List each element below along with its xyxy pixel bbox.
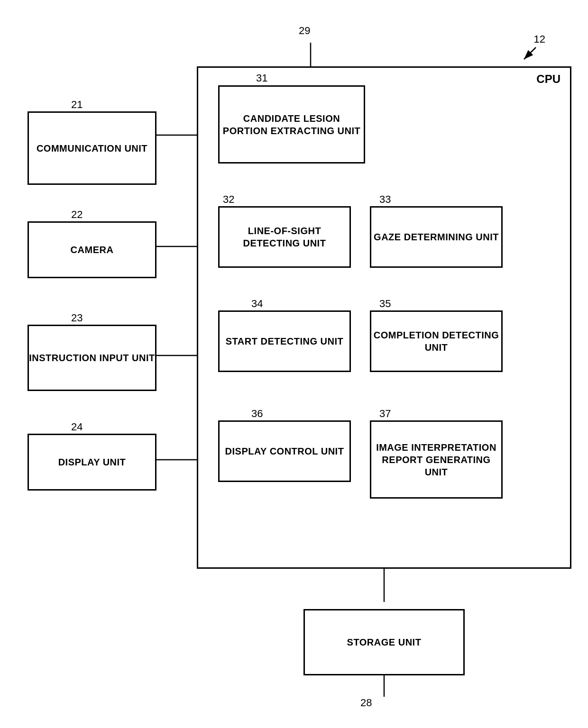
diagram-container: 12 29 CPU 21 COMMUNICATION UNIT 22 CAMER… (19, 19, 569, 709)
start-detecting-box: START DETECTING UNIT (218, 310, 351, 372)
display-control-box: DISPLAY CONTROL UNIT (218, 420, 351, 482)
storage-unit-box: STORAGE UNIT (303, 609, 465, 675)
ref-32: 32 (223, 193, 234, 206)
communication-unit-label: COMMUNICATION UNIT (37, 142, 147, 155)
ref-36: 36 (251, 408, 263, 420)
camera-label: CAMERA (71, 244, 114, 256)
ref-12: 12 (534, 33, 545, 46)
ref-22: 22 (71, 209, 83, 221)
display-unit-box: DISPLAY UNIT (28, 434, 156, 491)
gaze-determining-label: GAZE DETERMINING UNIT (374, 231, 499, 243)
completion-detecting-label: COMPLETION DETECTING UNIT (371, 329, 501, 354)
ref-21: 21 (71, 99, 83, 111)
start-detecting-label: START DETECTING UNIT (226, 335, 344, 347)
ref-28: 28 (360, 697, 372, 709)
storage-unit-label: STORAGE UNIT (347, 636, 422, 648)
ref12-arrow (514, 45, 543, 64)
camera-box: CAMERA (28, 221, 156, 278)
ref-29: 29 (299, 25, 310, 37)
ref-33: 33 (379, 193, 391, 206)
display-control-label: DISPLAY CONTROL UNIT (225, 445, 344, 457)
display-unit-label: DISPLAY UNIT (58, 456, 126, 468)
ref-23: 23 (71, 312, 83, 324)
candidate-lesion-box: CANDIDATE LESION PORTION EXTRACTING UNIT (218, 85, 365, 164)
line-of-sight-label: LINE-OF-SIGHT DETECTING UNIT (220, 225, 349, 249)
ref-31: 31 (256, 72, 267, 84)
candidate-lesion-label: CANDIDATE LESION PORTION EXTRACTING UNIT (220, 112, 364, 137)
image-interpretation-box: IMAGE INTERPRETATION REPORT GENERATING U… (370, 420, 503, 499)
instruction-input-label: INSTRUCTION INPUT UNIT (29, 352, 155, 364)
ref-35: 35 (379, 298, 391, 310)
ref-24: 24 (71, 421, 83, 433)
communication-unit-box: COMMUNICATION UNIT (28, 111, 156, 185)
instruction-input-box: INSTRUCTION INPUT UNIT (28, 325, 156, 391)
ref-37: 37 (379, 408, 391, 420)
ref-34: 34 (251, 298, 263, 310)
completion-detecting-box: COMPLETION DETECTING UNIT (370, 310, 503, 372)
cpu-label: CPU (536, 73, 560, 86)
image-interpretation-label: IMAGE INTERPRETATION REPORT GENERATING U… (371, 441, 501, 478)
line-of-sight-box: LINE-OF-SIGHT DETECTING UNIT (218, 206, 351, 268)
gaze-determining-box: GAZE DETERMINING UNIT (370, 206, 503, 268)
svg-line-8 (524, 47, 536, 59)
